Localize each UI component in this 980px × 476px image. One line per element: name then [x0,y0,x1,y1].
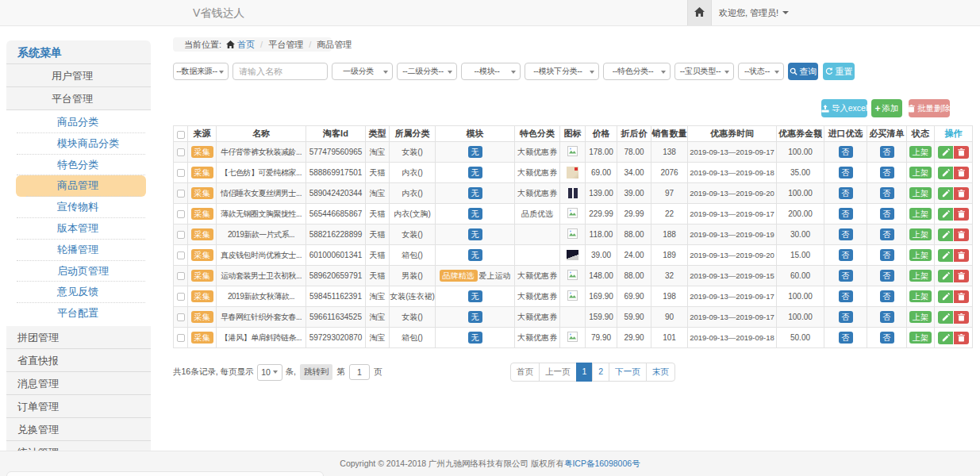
page-prev[interactable]: 上一页 [539,363,577,382]
breadcrumb-item: 平台管理 [268,39,303,51]
sidebar-group-item[interactable]: 省直快报 [6,349,151,372]
delete-button[interactable] [954,228,969,241]
page-next[interactable]: 下一页 [609,363,647,382]
edit-button[interactable] [938,290,953,303]
filter-select[interactable]: --状态-- [738,63,784,80]
cell-taoke-id: 589620659791 [306,266,366,286]
icp-link[interactable]: 粤ICP备16098006号 [564,459,640,470]
row-checkbox[interactable] [177,169,185,177]
delete-button[interactable] [954,249,969,262]
module-badge: 无 [468,249,482,262]
home-button[interactable] [687,0,712,25]
filter-select[interactable]: --模块-- [461,63,521,80]
delete-button[interactable] [954,167,969,179]
filter-select-label: --特色分类-- [613,66,654,77]
imported-badge: 否 [839,249,853,262]
cell-coupon-amount: 100.00 [777,142,824,163]
source-badge: 采集 [191,228,213,241]
filter-select[interactable]: --宝贝类型-- [674,63,734,80]
delete-button[interactable] [954,290,969,303]
header-select-all [174,126,188,142]
edit-button[interactable] [938,228,953,241]
sidebar-sub-item[interactable]: 模块商品分类 [6,133,151,155]
row-checkbox[interactable] [177,190,185,198]
cell-operations [935,204,973,225]
user-menu[interactable]: 欢迎您, 管理员! [719,0,789,25]
edit-button[interactable] [938,270,953,282]
sidebar-sub-item[interactable]: 商品管理 [16,175,146,197]
jump-button[interactable]: 跳转到 [300,364,333,380]
sidebar-group-item[interactable]: 订单管理 [6,395,151,418]
delete-button[interactable] [954,311,969,324]
row-checkbox[interactable] [177,210,185,218]
sidebar-sub-item[interactable]: 意见反馈 [6,282,151,303]
edit-button[interactable] [938,249,953,262]
sidebar-group-item[interactable]: 消息管理 [6,372,151,395]
cell-price: 118.00 [586,225,617,245]
sidebar-group-item[interactable]: 用户管理 [6,64,151,87]
jump-page-input[interactable] [349,364,370,380]
sidebar-group-item[interactable]: 拼团管理 [6,326,151,349]
row-checkbox[interactable] [177,148,185,156]
row-checkbox[interactable] [177,334,185,342]
reset-button[interactable]: 重置 [823,63,855,80]
table-row: 采集真皮钱包时尚优雅女士...601000601341天猫箱包()无39.002… [174,245,973,266]
select-all-checkbox[interactable] [177,131,185,139]
cell-coupon-amount: 50.00 [777,328,824,348]
row-checkbox[interactable] [177,251,185,259]
page-first[interactable]: 首页 [510,363,540,382]
sidebar-sub-item[interactable]: 商品分类 [6,112,151,133]
edit-button[interactable] [938,187,953,200]
filter-select[interactable]: --模块下分类-- [525,63,599,80]
filter-select[interactable]: --特色分类-- [603,63,671,80]
breadcrumb-home-link[interactable]: 首页 [226,39,255,51]
filter-select[interactable]: --数据来源-- [173,63,229,80]
edit-button[interactable] [938,332,953,344]
page-2[interactable]: 2 [592,363,609,382]
sidebar-sub-item[interactable]: 特色分类 [6,155,151,176]
cell-checkbox [174,328,188,348]
sidebar-sub-item[interactable]: 启动页管理 [6,261,151,282]
sidebar-sub-item[interactable]: 平台配置 [6,303,151,324]
trash-icon [908,105,915,113]
row-checkbox[interactable] [177,272,185,280]
trash-icon [958,169,965,177]
search-button[interactable]: 查询 [788,63,818,80]
filter-select[interactable]: 一级分类 [332,63,393,80]
sidebar-sub-item[interactable]: 轮播管理 [6,240,151,261]
trash-icon [958,148,965,156]
table-actions: 导入excel + 添加 批量删除 [173,99,972,117]
row-checkbox[interactable] [177,293,185,301]
batch-delete-button[interactable]: 批量删除 [909,99,950,117]
sidebar-group-item[interactable]: 兑换管理 [6,418,151,441]
delete-button[interactable] [954,208,969,221]
sidebar-sub-item[interactable]: 宣传物料 [6,197,151,218]
add-button[interactable]: + 添加 [871,99,902,117]
table-row: 采集运动套装男士卫衣初秋...589620659791天猫男装()品牌精选爱上运… [174,266,973,286]
filter-name-input[interactable] [233,63,328,80]
cell-discount-price: 29.99 [617,204,651,225]
home-icon [226,40,235,48]
sidebar-sub-item[interactable]: 版本管理 [6,218,151,240]
sidebar-group-item[interactable]: 平台管理 [6,87,151,110]
source-badge: 采集 [191,249,213,262]
edit-button[interactable] [938,311,953,324]
filter-select[interactable]: --二级分类-- [397,63,457,80]
per-page-select[interactable]: 10 [257,364,282,381]
delete-button[interactable] [954,332,969,344]
edit-button[interactable] [938,167,953,179]
status-badge: 上架 [909,311,932,324]
page-last[interactable]: 末页 [646,363,675,382]
cell-sales: 198 [651,286,688,307]
row-checkbox[interactable] [177,313,185,321]
delete-button[interactable] [954,270,969,282]
delete-button[interactable] [954,146,969,159]
import-excel-button[interactable]: 导入excel [821,99,867,117]
edit-button[interactable] [938,146,953,159]
edit-button[interactable] [938,208,953,221]
cell-operations [935,266,973,286]
row-checkbox[interactable] [177,231,185,239]
delete-button[interactable] [954,187,969,200]
page-1[interactable]: 1 [576,363,594,382]
search-icon [790,67,797,75]
